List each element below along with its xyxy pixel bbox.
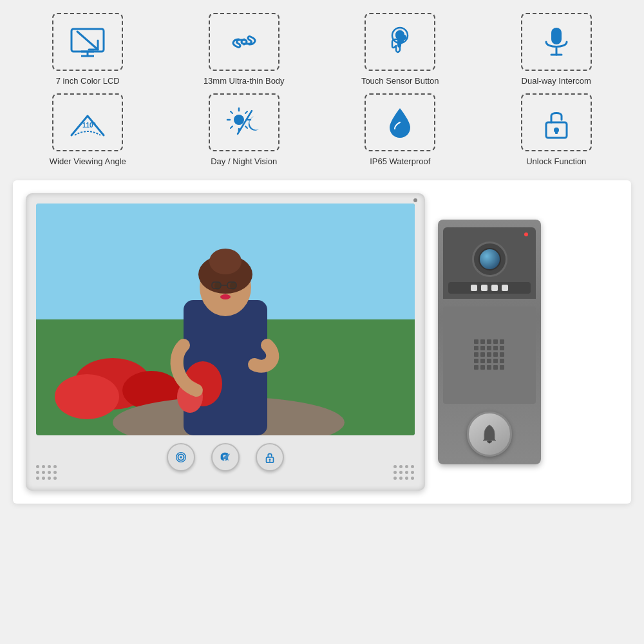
camera-button[interactable] <box>167 443 195 471</box>
unlock-btn-icon <box>263 450 277 464</box>
camera-indicator-light <box>524 232 528 236</box>
feature-unlock: Unlock Function <box>482 93 632 167</box>
chain-icon-box <box>209 13 279 71</box>
led-2 <box>481 285 488 291</box>
unlock-icon <box>537 103 576 142</box>
camera-lens-inner <box>478 248 501 270</box>
camera-speaker-section <box>443 307 536 404</box>
feature-label-unlock: Unlock Function <box>526 156 586 167</box>
vision-icon <box>225 103 263 142</box>
feature-label-angle: Wider Viewing Angle <box>50 156 126 167</box>
camera-led-array <box>448 282 531 294</box>
vision-icon-box <box>209 93 279 151</box>
monitor-speaker-left <box>36 465 57 480</box>
answer-btn-icon <box>218 450 232 464</box>
led-4 <box>502 285 508 291</box>
water-icon <box>381 103 419 142</box>
svg-rect-23 <box>555 130 558 134</box>
monitor-buttons-row <box>36 443 415 471</box>
screen-image <box>36 204 415 435</box>
angle-icon: 110° <box>68 103 107 142</box>
monitor-unit <box>26 193 425 491</box>
camera-speaker-grid <box>474 339 505 370</box>
camera-top-section <box>443 227 536 299</box>
camera-doorbell-unit <box>438 220 541 464</box>
feature-viewing-angle: 110° Wider Viewing Angle <box>13 93 163 167</box>
svg-point-50 <box>488 440 491 443</box>
svg-point-43 <box>180 456 182 459</box>
answer-button[interactable] <box>211 443 240 471</box>
feature-label-lcd: 7 inch Color LCD <box>56 76 120 87</box>
lcd-icon <box>68 23 107 61</box>
features-grid: 7 inch Color LCD 13mm Ultra-thin Body <box>13 13 631 167</box>
lcd-icon-box <box>52 13 123 71</box>
touch-icon-box <box>365 13 435 71</box>
svg-point-33 <box>209 249 242 274</box>
feature-label-touch: Touch Sensor Button <box>361 76 439 87</box>
feature-touch-sensor: Touch Sensor Button <box>325 13 475 87</box>
svg-line-19 <box>231 126 232 128</box>
camera-lens <box>472 242 507 277</box>
water-icon-box <box>365 93 435 151</box>
svg-point-47 <box>269 459 271 460</box>
svg-point-39 <box>220 294 231 299</box>
bell-icon <box>478 422 501 446</box>
feature-waterproof: IP65 Waterproof <box>325 93 475 167</box>
led-1 <box>471 285 477 291</box>
camera-btn-icon <box>174 450 188 464</box>
angle-icon-box: 110° <box>52 93 123 151</box>
feature-label-intercom: Dual-way Intercom <box>522 76 591 87</box>
svg-point-27 <box>55 374 119 419</box>
mic-icon <box>537 23 576 61</box>
product-section <box>13 180 631 504</box>
feature-ultra-thin: 13mm Ultra-thin Body <box>169 13 319 87</box>
unlock-icon-box <box>521 93 592 151</box>
feature-label-vision: Day / Night Vision <box>211 156 277 167</box>
svg-line-18 <box>245 111 247 113</box>
feature-intercom: Dual-way Intercom <box>482 13 632 87</box>
monitor-screen <box>36 204 415 435</box>
monitor-speaker-right <box>393 465 415 480</box>
svg-point-45 <box>178 454 179 455</box>
mic-icon-box <box>521 13 592 71</box>
feature-label-waterproof: IP65 Waterproof <box>370 156 430 167</box>
svg-rect-7 <box>551 28 562 44</box>
svg-point-11 <box>234 115 244 125</box>
feature-night-vision: Day / Night Vision <box>169 93 319 167</box>
svg-line-17 <box>245 126 247 128</box>
monitor-sensor-dot <box>413 198 417 202</box>
doorbell-button[interactable] <box>467 412 512 457</box>
svg-line-4 <box>77 32 98 50</box>
page: 7 inch Color LCD 13mm Ultra-thin Body <box>0 0 644 644</box>
svg-line-16 <box>231 111 232 113</box>
led-3 <box>491 285 498 291</box>
feature-color-lcd: 7 inch Color LCD <box>13 13 163 87</box>
svg-text:110°: 110° <box>82 122 96 129</box>
unlock-button[interactable] <box>256 443 284 471</box>
feature-label-thin: 13mm Ultra-thin Body <box>204 76 285 87</box>
chain-icon <box>225 23 263 61</box>
touch-icon <box>381 23 419 61</box>
